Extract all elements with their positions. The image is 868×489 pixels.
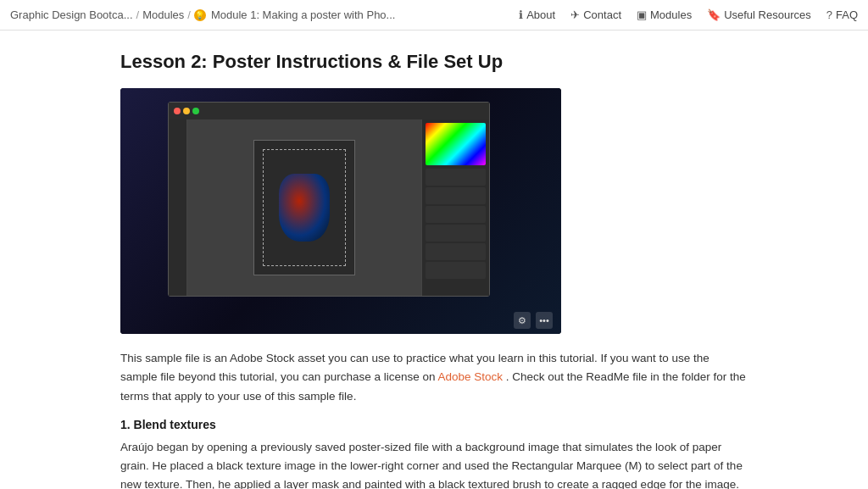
intro-text: This sample file is an Adobe Stock asset… bbox=[120, 349, 748, 406]
more-options-button[interactable]: ••• bbox=[536, 312, 553, 329]
nav-useful-resources[interactable]: 🔖 Useful Resources bbox=[707, 8, 811, 21]
ps-face-image bbox=[279, 174, 330, 242]
faq-icon: ? bbox=[826, 8, 832, 21]
section-1-body: Araújo began by opening a previously sav… bbox=[120, 438, 748, 489]
nav-faq-label: FAQ bbox=[836, 8, 858, 21]
breadcrumb-module[interactable]: Module 1: Making a poster with Pho... bbox=[211, 8, 396, 21]
photoshop-window bbox=[168, 102, 490, 297]
nav-modules-label: Modules bbox=[650, 8, 692, 21]
about-icon: ℹ bbox=[519, 8, 523, 21]
breadcrumb-modules[interactable]: Modules bbox=[142, 8, 184, 21]
section-1-heading: 1. Blend textures bbox=[120, 418, 748, 431]
breadcrumb: Graphic Design Bootca... / Modules / 💡 M… bbox=[10, 8, 519, 21]
section-1-title: Blend textures bbox=[134, 418, 216, 431]
bookmark-icon: 🔖 bbox=[707, 8, 721, 21]
ps-panel-block-5 bbox=[426, 243, 486, 260]
nav-faq[interactable]: ? FAQ bbox=[826, 8, 858, 21]
video-controls: ⚙ ••• bbox=[514, 312, 553, 329]
ps-canvas-area bbox=[169, 119, 489, 296]
nav-useful-resources-label: Useful Resources bbox=[724, 8, 811, 21]
ps-color-panel bbox=[426, 123, 486, 165]
ps-panel-block-6 bbox=[426, 262, 486, 279]
ps-titlebar bbox=[169, 103, 489, 119]
nav-about[interactable]: ℹ About bbox=[519, 8, 555, 21]
navigation-bar: Graphic Design Bootca... / Modules / 💡 M… bbox=[0, 0, 868, 31]
ps-toolbar bbox=[169, 119, 187, 296]
section-1-number: 1. bbox=[120, 418, 131, 431]
nav-contact[interactable]: ✈ Contact bbox=[570, 8, 621, 21]
ps-dot-green bbox=[192, 108, 199, 114]
ps-panel-block-2 bbox=[426, 187, 486, 204]
nav-contact-label: Contact bbox=[583, 8, 621, 21]
breadcrumb-sep2: / bbox=[187, 8, 191, 21]
ps-panel-block-4 bbox=[426, 225, 486, 242]
ps-dot-yellow bbox=[183, 108, 190, 114]
lesson-title: Lesson 2: Poster Instructions & File Set… bbox=[120, 51, 748, 73]
ps-canvas bbox=[253, 140, 355, 275]
bulb-icon: 💡 bbox=[194, 9, 206, 21]
ps-panels bbox=[421, 119, 489, 296]
breadcrumb-sep1: / bbox=[136, 8, 140, 21]
modules-icon: ▣ bbox=[637, 8, 647, 21]
ps-panel-block-1 bbox=[426, 169, 486, 186]
breadcrumb-course[interactable]: Graphic Design Bootca... bbox=[10, 8, 133, 21]
video-inner: ⚙ ••• bbox=[120, 88, 561, 334]
ps-dot-red bbox=[174, 108, 181, 114]
contact-icon: ✈ bbox=[570, 8, 580, 21]
nav-modules[interactable]: ▣ Modules bbox=[637, 8, 692, 21]
lesson-video[interactable]: ⚙ ••• bbox=[120, 88, 561, 334]
ps-main bbox=[187, 119, 421, 296]
main-content: Lesson 2: Poster Instructions & File Set… bbox=[103, 31, 765, 489]
adobe-stock-link[interactable]: Adobe Stock bbox=[437, 370, 503, 383]
nav-links: ℹ About ✈ Contact ▣ Modules 🔖 Useful Res… bbox=[519, 8, 858, 21]
ps-panel-block-3 bbox=[426, 206, 486, 223]
nav-about-label: About bbox=[526, 8, 555, 21]
settings-button[interactable]: ⚙ bbox=[514, 312, 531, 329]
